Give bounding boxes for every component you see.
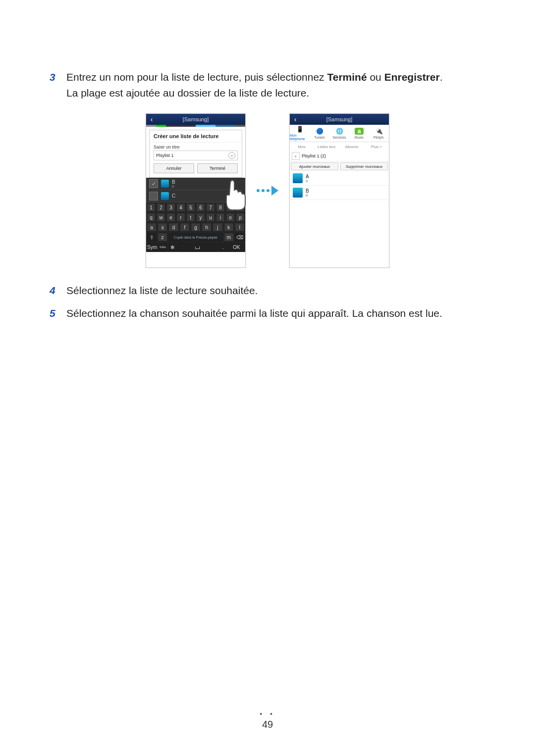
key-k[interactable]: k (224, 223, 234, 232)
key-q[interactable]: q (147, 213, 156, 222)
song-list: AABB (290, 171, 389, 200)
shift-key[interactable]: ⇧ (147, 233, 157, 242)
flow-arrow-icon (257, 186, 278, 196)
create-playlist-modal: Créer une liste de lecture Saisir un tit… (149, 130, 242, 178)
backspace-key[interactable]: ⌫ (235, 233, 245, 242)
key-o[interactable]: o (226, 213, 235, 222)
song-row[interactable]: BB (290, 186, 389, 200)
clear-input-icon[interactable]: × (228, 152, 235, 159)
source-icon: a (355, 128, 364, 135)
step-number: 4 (50, 283, 66, 299)
key-y[interactable]: y (196, 213, 205, 222)
list-item: C (146, 190, 245, 202)
step-number: 5 (50, 305, 66, 321)
source-mon-t-l-phone[interactable]: 📱Mon téléphone (290, 125, 310, 142)
source-label: Music (355, 136, 364, 139)
source-icon: 🔌 (374, 128, 383, 135)
step-4: 4 Sélectionnez la liste de lecture souha… (50, 283, 485, 299)
album-thumb-icon (161, 192, 169, 200)
source-services[interactable]: 🌐Services (329, 125, 349, 142)
input-value: Plsylist 1 (156, 153, 174, 158)
key-i[interactable]: i (216, 213, 225, 222)
step3-or: ou (367, 71, 384, 83)
checkbox-icon[interactable]: ✓ (149, 179, 158, 188)
cancel-button[interactable]: Annuler (154, 163, 194, 173)
key-l[interactable]: l (235, 223, 245, 232)
color-strip (146, 125, 245, 127)
modal-field-label: Saisir un titre (150, 143, 242, 151)
step-5: 5 Sélectionnez la chanson souhaitée parm… (50, 305, 485, 321)
key-h[interactable]: h (202, 223, 212, 232)
background-track-list: ✓ BB C (146, 178, 245, 202)
step3-bold2: Enregistrer (384, 71, 440, 83)
settings-key[interactable]: ✻ (168, 243, 177, 252)
playlist-name-input[interactable]: Plsylist 1 × (154, 151, 238, 160)
done-button[interactable]: Terminé (197, 163, 238, 173)
titlebar-label: [Samsung] (146, 116, 245, 122)
step3-post: . (440, 71, 443, 83)
source-p-riph-[interactable]: 🔌Périph. (369, 125, 389, 142)
titlebar-right: ‹ [Samsung] (290, 114, 389, 125)
source-icon: 📱 (295, 126, 304, 133)
key-f[interactable]: f (180, 223, 190, 232)
titlebar-label: [Samsung] (290, 116, 389, 122)
key-1[interactable]: 1 (147, 203, 156, 212)
source-icon: 🔵 (315, 128, 324, 135)
song-row[interactable]: AA (290, 171, 389, 186)
key-u[interactable]: u (206, 213, 215, 222)
source-label: Services (333, 136, 346, 139)
space-key[interactable]: ⌴ (178, 243, 217, 252)
key-s[interactable]: s (158, 223, 167, 232)
source-tunein[interactable]: 🔵TuneIn (310, 125, 329, 142)
tab-mus-[interactable]: Mus. (290, 142, 315, 151)
step3-line2: La plage est ajoutée au dossier de la li… (66, 87, 309, 99)
key-w[interactable]: w (157, 213, 165, 222)
track-title: B (172, 179, 175, 185)
song-title: B (306, 188, 309, 194)
tab-albums[interactable]: Albums (339, 142, 364, 151)
song-subtitle: A (306, 179, 309, 183)
key-2[interactable]: 2 (157, 203, 165, 212)
album-thumb-icon (161, 180, 169, 188)
checkbox-icon[interactable] (149, 192, 158, 201)
dot-key[interactable]: . (218, 243, 227, 252)
key-j[interactable]: j (213, 223, 222, 232)
add-tracks-button[interactable]: Ajouter morceaux (291, 162, 338, 170)
playlist-actions: Ajouter morceaux Supprimer morceaux (290, 161, 389, 171)
key-0[interactable]: 0 (236, 203, 245, 212)
key-8[interactable]: 8 (216, 203, 225, 212)
key-6[interactable]: 6 (196, 203, 205, 212)
ok-key[interactable]: OK (228, 243, 245, 252)
phone-right: ‹ [Samsung] 📱Mon téléphone🔵TuneIn🌐Servic… (289, 113, 389, 268)
breadcrumb: ‹ Plsylist 1 (2) (290, 151, 389, 161)
source-music[interactable]: aMusic (349, 125, 369, 142)
key-7[interactable]: 7 (206, 203, 215, 212)
step3-bold1: Terminé (327, 71, 367, 83)
modal-title: Créer une liste de lecture (150, 130, 242, 143)
key-4[interactable]: 4 (176, 203, 185, 212)
tab-plus-[interactable]: Plus + (364, 142, 389, 151)
key-e[interactable]: e (166, 213, 175, 222)
crumb-back-icon[interactable]: ‹ (292, 152, 300, 160)
step-text: Sélectionnez la chanson souhaitée parmi … (66, 305, 485, 321)
remove-tracks-button[interactable]: Supprimer morceaux (340, 162, 388, 170)
album-thumb-icon (293, 188, 303, 198)
key-9[interactable]: 9 (226, 203, 235, 212)
key-t[interactable]: t (186, 213, 195, 222)
key-z[interactable]: z (158, 233, 167, 242)
lang-key[interactable]: K/En (159, 243, 167, 252)
key-5[interactable]: 5 (186, 203, 195, 212)
key-r[interactable]: r (176, 213, 185, 222)
sym-key[interactable]: Sym (147, 243, 158, 252)
key-g[interactable]: g (191, 223, 201, 232)
song-title: A (306, 174, 309, 179)
keyboard[interactable]: 1234567890 qwertyuiop asdfghjkl ⇧ z Copi… (146, 202, 245, 252)
footer-dots-icon: • • (0, 710, 535, 718)
tab-listes-lect-[interactable]: Listes lect. (315, 142, 339, 151)
key-a[interactable]: a (147, 223, 157, 232)
track-title: C (172, 193, 175, 199)
key-p[interactable]: p (236, 213, 245, 222)
key-3[interactable]: 3 (166, 203, 175, 212)
key-d[interactable]: d (168, 223, 178, 232)
key-m[interactable]: m (224, 233, 234, 242)
